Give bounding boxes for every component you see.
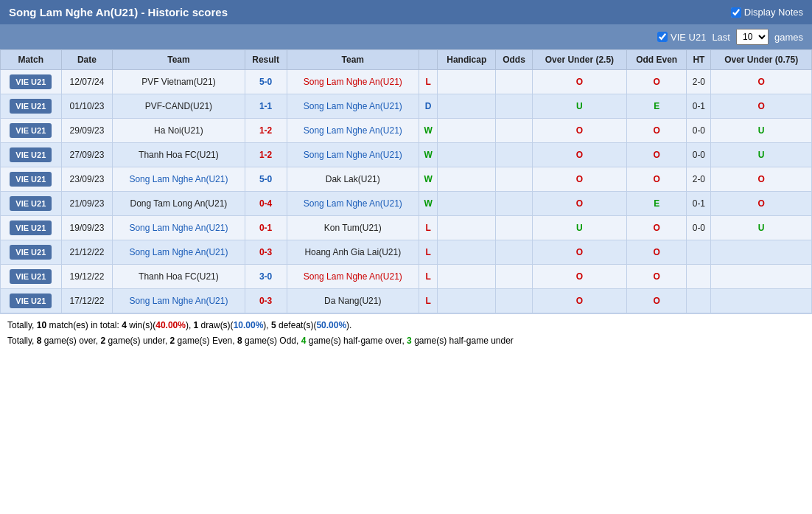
cell-team2: Song Lam Nghe An(U21) xyxy=(287,70,419,94)
cell-handicap xyxy=(438,94,496,119)
cell-match: VIE U21 xyxy=(1,167,62,192)
cell-odd-even: O xyxy=(627,265,687,289)
match-badge[interactable]: VIE U21 xyxy=(10,99,52,114)
match-badge[interactable]: VIE U21 xyxy=(10,245,52,260)
cell-over-under-075 xyxy=(711,289,812,313)
match-badge[interactable]: VIE U21 xyxy=(10,294,52,308)
cell-date: 27/09/23 xyxy=(61,143,113,167)
col-ht: HT xyxy=(687,50,711,70)
cell-over-under-075: U xyxy=(711,216,812,240)
col-over-under-25: Over Under (2.5) xyxy=(532,50,626,70)
display-notes-section: Display Notes xyxy=(731,7,803,18)
cell-match: VIE U21 xyxy=(1,216,62,240)
cell-date: 19/09/23 xyxy=(61,216,113,240)
cell-over-under-075 xyxy=(711,240,812,265)
match-badge[interactable]: VIE U21 xyxy=(10,196,52,211)
match-badge[interactable]: VIE U21 xyxy=(10,123,52,138)
cell-odds xyxy=(496,167,533,192)
cell-ht: 0-0 xyxy=(687,143,711,167)
table-row: VIE U21 21/09/23 Dong Tam Long An(U21) 0… xyxy=(1,192,812,216)
cell-odd-even: O xyxy=(627,240,687,265)
cell-handicap xyxy=(438,216,496,240)
cell-result: 1-1 xyxy=(245,94,287,119)
cell-team1: PVF Vietnam(U21) xyxy=(113,70,245,94)
cell-wdl: L xyxy=(419,240,437,265)
match-badge[interactable]: VIE U21 xyxy=(10,172,52,187)
cell-odds xyxy=(496,216,533,240)
cell-odd-even: O xyxy=(627,70,687,94)
cell-result: 0-3 xyxy=(245,289,287,313)
cell-wdl: L xyxy=(419,289,437,313)
cell-ht: 0-0 xyxy=(687,216,711,240)
cell-wdl: D xyxy=(419,94,437,119)
cell-odd-even: O xyxy=(627,167,687,192)
cell-date: 19/12/22 xyxy=(61,265,113,289)
cell-team2: Dak Lak(U21) xyxy=(287,167,419,192)
cell-date: 21/12/22 xyxy=(61,240,113,265)
match-badge[interactable]: VIE U21 xyxy=(10,147,52,162)
cell-odds xyxy=(496,240,533,265)
header-title: Song Lam Nghe An(U21) - Historic scores xyxy=(9,6,228,18)
cell-wdl: L xyxy=(419,216,437,240)
cell-odds xyxy=(496,70,533,94)
cell-team1: Ha Noi(U21) xyxy=(113,119,245,143)
cell-ht: 2-0 xyxy=(687,167,711,192)
cell-team2: Song Lam Nghe An(U21) xyxy=(287,119,419,143)
cell-match: VIE U21 xyxy=(1,119,62,143)
cell-date: 17/12/22 xyxy=(61,289,113,313)
cell-handicap xyxy=(438,289,496,313)
cell-handicap xyxy=(438,192,496,216)
cell-over-under-075: O xyxy=(711,192,812,216)
cell-team1: Dong Tam Long An(U21) xyxy=(113,192,245,216)
table-row: VIE U21 19/09/23 Song Lam Nghe An(U21) 0… xyxy=(1,216,812,240)
col-odds: Odds xyxy=(496,50,533,70)
vie-u21-checkbox[interactable] xyxy=(657,32,668,42)
cell-team2: Song Lam Nghe An(U21) xyxy=(287,143,419,167)
footer: Totally, 10 match(es) in total: 4 win(s)… xyxy=(0,313,812,354)
match-badge[interactable]: VIE U21 xyxy=(10,74,52,89)
display-notes-checkbox[interactable] xyxy=(731,7,741,18)
last-games-select[interactable]: 5 10 15 20 All xyxy=(736,29,769,45)
match-badge[interactable]: VIE U21 xyxy=(10,220,52,235)
cell-handicap xyxy=(438,143,496,167)
cell-team1: Thanh Hoa FC(U21) xyxy=(113,265,245,289)
cell-result: 1-2 xyxy=(245,143,287,167)
table-row: VIE U21 21/12/22 Song Lam Nghe An(U21) 0… xyxy=(1,240,812,265)
match-badge[interactable]: VIE U21 xyxy=(10,269,52,284)
cell-handicap xyxy=(438,265,496,289)
cell-result: 5-0 xyxy=(245,70,287,94)
cell-over-under-25: O xyxy=(532,192,626,216)
cell-ht xyxy=(687,240,711,265)
cell-over-under-25: O xyxy=(532,143,626,167)
cell-over-under-25: O xyxy=(532,119,626,143)
cell-ht: 0-1 xyxy=(687,192,711,216)
cell-over-under-25: O xyxy=(532,240,626,265)
cell-team1: PVF-CAND(U21) xyxy=(113,94,245,119)
cell-handicap xyxy=(438,167,496,192)
cell-date: 29/09/23 xyxy=(61,119,113,143)
cell-result: 5-0 xyxy=(245,167,287,192)
col-handicap: Handicap xyxy=(438,50,496,70)
cell-wdl: W xyxy=(419,119,437,143)
cell-date: 23/09/23 xyxy=(61,167,113,192)
cell-date: 12/07/24 xyxy=(61,70,113,94)
games-label: games xyxy=(774,32,803,43)
cell-ht: 0-0 xyxy=(687,119,711,143)
col-match: Match xyxy=(1,50,62,70)
table-row: VIE U21 29/09/23 Ha Noi(U21) 1-2 Song La… xyxy=(1,119,812,143)
cell-team1: Thanh Hoa FC(U21) xyxy=(113,143,245,167)
cell-team1: Song Lam Nghe An(U21) xyxy=(113,289,245,313)
cell-ht xyxy=(687,289,711,313)
cell-odds xyxy=(496,119,533,143)
cell-over-under-25: U xyxy=(532,94,626,119)
cell-wdl: W xyxy=(419,192,437,216)
cell-match: VIE U21 xyxy=(1,94,62,119)
cell-over-under-25: O xyxy=(532,289,626,313)
col-team1: Team xyxy=(113,50,245,70)
table-header-row: Match Date Team Result Team Handicap Odd… xyxy=(1,50,812,70)
cell-match: VIE U21 xyxy=(1,70,62,94)
cell-result: 1-2 xyxy=(245,119,287,143)
cell-result: 0-4 xyxy=(245,192,287,216)
cell-handicap xyxy=(438,70,496,94)
cell-wdl: L xyxy=(419,70,437,94)
